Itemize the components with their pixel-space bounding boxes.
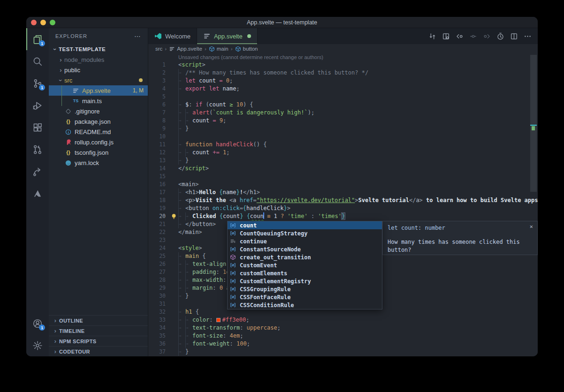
code-line[interactable]: 13→} [148,157,538,165]
suggestion-create_out_transition[interactable]: create_out_transition [228,253,382,261]
code-line[interactable]: 37→} [148,348,538,356]
line-number[interactable]: 11 [148,141,169,149]
code-line[interactable]: 7→→alert(`count is dangerously high!`); [148,109,538,117]
line-number[interactable]: 26 [148,260,169,268]
line-number[interactable]: 5 [148,93,169,101]
activity-item-azure[interactable] [26,182,49,204]
breadcrumb-item-main[interactable]: main [209,46,229,52]
line-number[interactable]: 13 [148,157,169,165]
line-number[interactable]: 24 [148,244,169,252]
line-number[interactable]: 12 [148,149,169,157]
line-number[interactable]: 28 [148,276,169,284]
suggestion-cssgroupingrule[interactable]: CSSGroupingRule [228,285,382,293]
suggestion-customelements[interactable]: customElements [228,269,382,277]
code-line[interactable]: 10 [148,133,538,141]
action-gitlens-compare[interactable] [427,30,438,42]
panel-outline[interactable]: ›OUTLINE [49,315,148,325]
code-line[interactable]: 1<script> [148,61,538,69]
tree-root-test-template[interactable]: ›TEST-TEMPLATE [49,44,148,54]
activity-item-settings[interactable] [26,334,49,356]
code-line[interactable]: 15 [148,173,538,181]
activity-item-explorer[interactable]: 1 [26,28,49,50]
suggestion-customelementregistry[interactable]: CustomElementRegistry [228,277,382,285]
activity-item-search[interactable] [26,50,49,72]
line-number[interactable]: 33 [148,316,169,324]
line-number[interactable]: 20 [148,212,169,220]
code-line[interactable]: 18→<p>Visit the <a href="https://svelte.… [148,196,538,204]
activity-item-run-and-debug[interactable] [26,94,49,116]
line-number[interactable]: 7 [148,109,169,117]
code-line[interactable]: 14</script> [148,165,538,173]
code-editor[interactable]: Unsaved changes (cannot determine recent… [148,53,538,356]
suggestion-countqueuingstrategy[interactable]: CountQueuingStrategy [228,229,382,237]
activity-item-live-share[interactable] [26,160,49,182]
line-number[interactable]: 27 [148,268,169,276]
tree-item-readme-md[interactable]: README.md [49,127,148,137]
action-next-change[interactable] [481,30,492,42]
tab-welcome[interactable]: Welcome [148,28,197,44]
tree-item-public[interactable]: ›public [49,65,148,75]
line-number[interactable]: 10 [148,133,169,141]
code-line[interactable]: 9→} [148,125,538,133]
action-split-editor[interactable] [508,30,519,42]
breadcrumb-item-button[interactable]: button [235,46,258,52]
line-number[interactable]: 29 [148,284,169,292]
suggestion-continue[interactable]: continue [228,237,382,245]
tree-item--gitignore[interactable]: .gitignore [49,106,148,116]
code-line[interactable]: 17→<h1>Hello {name}!</h1> [148,188,538,196]
code-line[interactable]: 11→function handleClick() { [148,141,538,149]
suggestion-customevent[interactable]: CustomEvent [228,261,382,269]
code-line[interactable]: 33→→color: #ff3e00; [148,316,538,324]
code-line[interactable]: 20→→Clicked {count} {coun ≡ 1 ? 'time' :… [148,212,538,220]
activity-item-source-control[interactable]: 1 [26,72,49,94]
code-line[interactable]: 36→→font-weight: 100; [148,340,538,348]
breadcrumb-item-app-svelte[interactable]: App.svelte [169,46,202,52]
line-number[interactable]: 6 [148,101,169,109]
code-line[interactable]: 16<main> [148,181,538,188]
minimize-button[interactable] [40,20,46,25]
panel-npm-scripts[interactable]: ›NPM SCRIPTS [49,336,148,346]
line-number[interactable]: 23 [148,236,169,244]
activity-item-accounts[interactable]: 1 [26,312,49,334]
line-number[interactable]: 19 [148,204,169,212]
panel-codetour[interactable]: ›CODETOUR [49,346,148,356]
panel-timeline[interactable]: ›TIMELINE [49,325,148,336]
explorer-more-icon[interactable]: ⋯ [134,32,141,40]
line-number[interactable]: 3 [148,77,169,85]
code-line[interactable]: 5 [148,93,538,101]
line-number[interactable]: 15 [148,173,169,181]
line-number[interactable]: 4 [148,85,169,93]
code-line[interactable]: 2→/** How many times has someone clicked… [148,69,538,77]
line-number[interactable]: 17 [148,188,169,196]
code-line[interactable]: 6→$: if (count ≥ 10) { [148,101,538,109]
line-number[interactable]: 25 [148,252,169,260]
tree-item-main-ts[interactable]: TSmain.ts [49,96,148,106]
tree-item-node-modules[interactable]: ›node_modules [49,54,148,65]
line-number[interactable]: 16 [148,181,169,188]
tree-item-rollup-config-js[interactable]: rollup.config.js [49,137,148,147]
line-number[interactable]: 1 [148,61,169,69]
code-line[interactable]: 35→→font-size: 4em; [148,332,538,340]
code-line[interactable]: 34→→text-transform: uppercase; [148,324,538,332]
action-toggle-file-blame[interactable] [495,30,506,42]
close-icon[interactable]: ✕ [530,223,533,231]
action-open-changes[interactable] [440,30,451,42]
suggestion-count[interactable]: count [228,221,382,229]
action-previous-change[interactable] [454,30,465,42]
activity-item-github-pull-requests[interactable] [26,138,49,160]
line-number[interactable]: 21 [148,220,169,228]
action-change[interactable] [467,30,479,42]
tree-item-yarn-lock[interactable]: yarn.lock [49,158,148,168]
line-number[interactable]: 8 [148,117,169,125]
line-number[interactable]: 14 [148,165,169,173]
line-number[interactable]: 36 [148,340,169,348]
suggestion-constantsourcenode[interactable]: ConstantSourceNode [228,245,382,253]
line-number[interactable]: 37 [148,348,169,356]
tree-item-app-svelte[interactable]: App.svelte1, M [49,85,148,96]
close-button[interactable] [31,20,37,25]
zoom-button[interactable] [50,20,55,25]
code-line[interactable]: 3→let count = 0; [148,77,538,85]
line-number[interactable]: 30 [148,292,169,300]
code-line[interactable]: 8→→count = 9; [148,117,538,125]
line-number[interactable]: 9 [148,125,169,133]
